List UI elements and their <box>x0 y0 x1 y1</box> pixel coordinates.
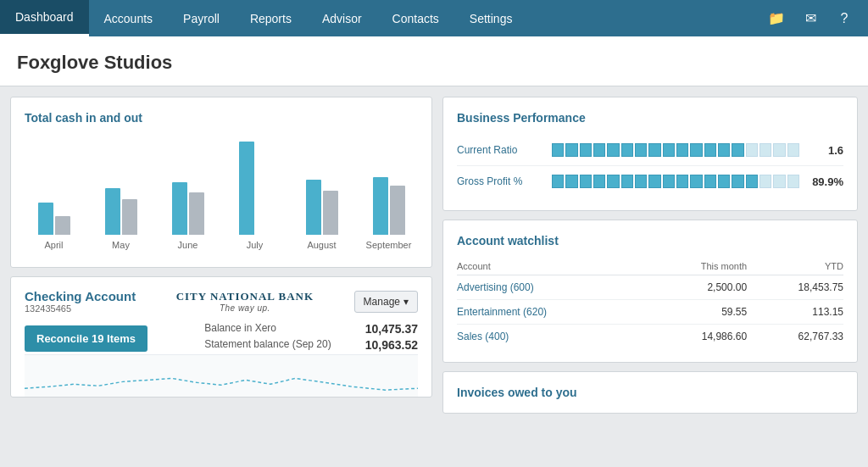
manage-button[interactable]: Manage ▾ <box>354 291 418 313</box>
metric-seg <box>580 143 592 157</box>
nav-dashboard[interactable]: Dashboard <box>0 0 89 36</box>
metric-seg <box>552 175 564 188</box>
metric-seg <box>593 175 605 188</box>
checking-account-card: Checking Account 132435465 CITY NATIONAL… <box>10 276 432 398</box>
bar-group-june: June <box>159 133 217 250</box>
bar-label: April <box>44 240 63 250</box>
cash-card: Total cash in and out AprilMayJuneJulyAu… <box>10 97 432 268</box>
metric-seg <box>773 175 785 188</box>
watchlist-account-1[interactable]: Entertainment (620) <box>457 300 648 325</box>
mini-chart <box>25 354 418 397</box>
watchlist-card: Account watchlist Account This month YTD… <box>442 220 858 363</box>
bar-chart: AprilMayJuneJulyAugustSeptember <box>25 135 418 253</box>
folder-icon[interactable]: 📁 <box>761 3 792 34</box>
metric-seg <box>607 175 619 188</box>
metric-seg <box>746 143 758 157</box>
metric-seg <box>552 143 564 157</box>
col-this-month: This month <box>648 258 747 275</box>
help-icon[interactable]: ? <box>829 3 860 34</box>
bar-label: August <box>307 240 336 250</box>
bar-group-september: September <box>359 133 418 250</box>
statement-balance-value: 10,963.52 <box>365 338 418 352</box>
metric-row-0: Current Ratio1.6 <box>457 135 843 166</box>
nav-payroll[interactable]: Payroll <box>168 0 235 36</box>
invoices-title: Invoices owed to you <box>443 372 857 413</box>
metric-seg <box>704 175 716 188</box>
metric-seg <box>760 143 771 157</box>
bar-blue <box>172 182 187 235</box>
chevron-down-icon: ▾ <box>403 296 409 308</box>
metric-seg <box>787 143 799 157</box>
account-header: Checking Account 132435465 CITY NATIONAL… <box>25 289 418 314</box>
bar-label: September <box>366 240 412 250</box>
watchlist-title: Account watchlist <box>457 234 843 247</box>
bar-blue <box>373 177 388 235</box>
company-name: Foxglove Studios <box>17 52 851 74</box>
metric-seg <box>635 175 647 188</box>
metric-seg <box>607 143 619 157</box>
col-ytd: YTD <box>747 258 843 275</box>
metric-seg <box>565 175 577 188</box>
nav-contacts[interactable]: Contacts <box>377 0 454 36</box>
bar-label: July <box>247 240 264 250</box>
mini-chart-svg <box>25 355 418 397</box>
watchlist-account-2[interactable]: Sales (400) <box>457 325 648 349</box>
watchlist-this-month-0: 2,500.00 <box>648 275 747 300</box>
bar-gray <box>55 216 70 235</box>
metric-value-0: 1.6 <box>810 144 843 157</box>
watchlist-this-month-1: 59.55 <box>648 300 747 325</box>
bar-label: June <box>178 240 198 250</box>
metric-bar-container-1 <box>552 175 799 188</box>
reconcile-button[interactable]: Reconcile 19 Items <box>25 325 147 352</box>
watchlist-ytd-1: 113.15 <box>747 300 843 325</box>
metric-seg <box>621 143 633 157</box>
bar-gray <box>323 191 338 235</box>
statement-balance-label: Statement balance (Sep 20) <box>204 338 331 352</box>
nav-advisor[interactable]: Advisor <box>307 0 377 36</box>
metric-value-1: 89.9% <box>810 175 843 188</box>
business-performance-title: Business Performance <box>457 111 843 125</box>
cash-card-title: Total cash in and out <box>25 111 418 125</box>
metric-seg <box>690 143 702 157</box>
account-details: Reconcile 19 Items Balance in Xero 10,47… <box>25 322 418 354</box>
mail-icon[interactable]: ✉ <box>795 3 826 34</box>
metric-seg <box>635 143 647 157</box>
bar-blue <box>239 142 254 235</box>
nav-accounts[interactable]: Accounts <box>89 0 169 36</box>
watchlist-ytd-2: 62,767.33 <box>747 325 843 349</box>
metric-seg <box>648 143 660 157</box>
bar-group-april: April <box>25 133 83 250</box>
bars-august <box>306 133 338 235</box>
bar-blue <box>306 180 321 235</box>
bar-gray <box>122 199 137 235</box>
top-navigation: Dashboard Accounts Payroll Reports Advis… <box>0 0 868 36</box>
left-panel: Total cash in and out AprilMayJuneJulyAu… <box>10 97 432 414</box>
metric-label-0[interactable]: Current Ratio <box>457 144 542 156</box>
bars-june <box>172 133 204 235</box>
company-header: Foxglove Studios <box>0 36 868 86</box>
metric-seg <box>718 175 730 188</box>
bar-blue <box>38 203 53 235</box>
balance-xero-value: 10,475.37 <box>365 322 418 336</box>
business-performance-card: Business Performance Current Ratio1.6Gro… <box>442 97 858 211</box>
bar-group-july: July <box>225 133 284 250</box>
metric-seg <box>621 175 633 188</box>
bar-gray <box>390 186 405 235</box>
metric-seg <box>704 143 716 157</box>
metric-seg <box>580 175 592 188</box>
bars-september <box>373 133 405 235</box>
nav-reports[interactable]: Reports <box>235 0 307 36</box>
bars-may <box>105 133 137 235</box>
metric-label-1[interactable]: Gross Profit % <box>457 175 542 187</box>
metric-seg <box>648 175 660 188</box>
metric-seg <box>732 143 743 157</box>
bar-blue <box>105 188 120 235</box>
watchlist-account-0[interactable]: Advertising (600) <box>457 275 648 300</box>
statement-balance-row: Statement balance (Sep 20) 10,963.52 <box>204 338 418 352</box>
metric-seg <box>787 175 799 188</box>
nav-settings[interactable]: Settings <box>454 0 528 36</box>
metric-seg <box>565 143 577 157</box>
bar-gray <box>189 192 204 235</box>
metric-seg <box>676 175 688 188</box>
bar-group-august: August <box>292 133 351 250</box>
